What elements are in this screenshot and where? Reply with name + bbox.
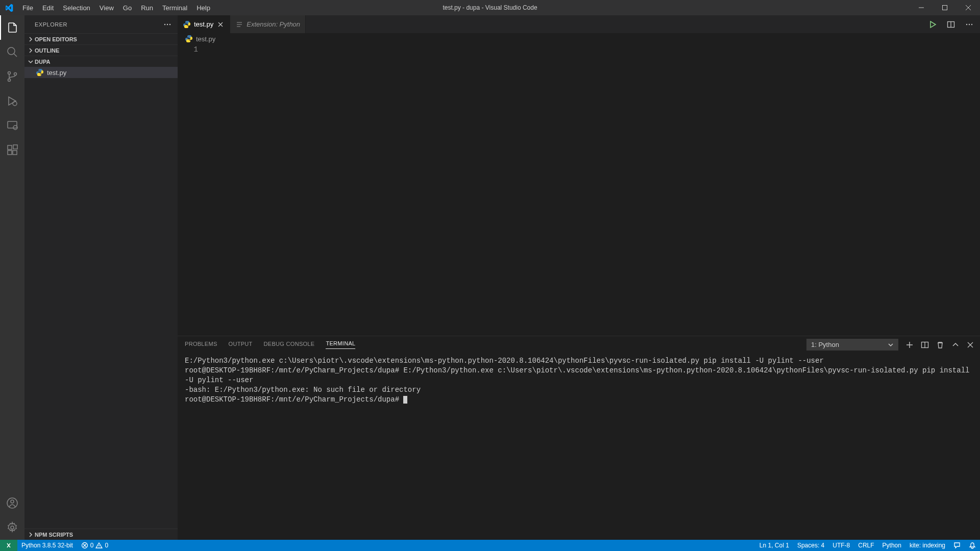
activity-source-control[interactable] (0, 64, 24, 89)
svg-rect-11 (13, 145, 17, 149)
maximize-panel-button[interactable] (951, 341, 960, 349)
close-panel-button[interactable] (967, 341, 974, 348)
section-label: NPM SCRIPTS (35, 532, 73, 538)
status-python-interpreter[interactable]: Python 3.8.5 32-bit (17, 540, 77, 551)
activity-remote-explorer[interactable] (0, 113, 24, 138)
file-test-py[interactable]: test.py (24, 67, 178, 78)
warning-count: 0 (105, 542, 108, 549)
new-terminal-button[interactable] (905, 341, 914, 349)
code-content[interactable] (208, 44, 980, 336)
svg-point-15 (164, 23, 165, 24)
svg-rect-0 (943, 6, 947, 10)
activity-search[interactable] (0, 40, 24, 64)
explorer-more-icon[interactable] (163, 20, 172, 29)
chevron-right-icon (27, 532, 35, 538)
more-actions-button[interactable] (964, 19, 975, 30)
line-gutter: 1 (178, 44, 208, 336)
section-label: OUTLINE (35, 47, 59, 54)
breadcrumb-item: test.py (196, 35, 215, 43)
status-notifications-button[interactable] (965, 540, 980, 551)
activity-settings[interactable] (0, 515, 24, 540)
close-button[interactable] (957, 0, 980, 15)
activity-extensions[interactable] (0, 138, 24, 162)
svg-point-16 (167, 23, 168, 24)
run-button[interactable] (927, 19, 938, 30)
python-file-icon (185, 35, 193, 43)
python-file-icon (36, 68, 44, 77)
section-open-editors[interactable]: OPEN EDITORS (24, 33, 178, 44)
tab-test-py[interactable]: test.py (178, 15, 230, 33)
svg-point-17 (169, 23, 170, 24)
svg-point-19 (966, 23, 967, 24)
section-outline[interactable]: OUTLINE (24, 44, 178, 56)
status-eol[interactable]: CRLF (854, 540, 878, 551)
menu-go[interactable]: Go (118, 0, 136, 15)
window-controls (910, 0, 980, 15)
status-bar: Python 3.8.5 32-bit 0 0 Ln 1, Col 1 Spac… (0, 540, 980, 551)
svg-point-2 (8, 72, 11, 74)
status-language[interactable]: Python (878, 540, 905, 551)
svg-point-14 (11, 526, 14, 529)
menu-terminal[interactable]: Terminal (158, 0, 192, 15)
chevron-right-icon (27, 36, 35, 42)
terminal-cursor (403, 396, 407, 404)
panel-tabs: PROBLEMS OUTPUT DEBUG CONSOLE TERMINAL 1… (178, 336, 980, 353)
minimize-button[interactable] (910, 0, 933, 15)
menu-bar: File Edit Selection View Go Run Terminal… (18, 0, 215, 15)
terminal-text: E:/Python3/python.exe c:\Users\piotr\.vs… (185, 357, 974, 404)
status-feedback-button[interactable] (949, 540, 965, 551)
preview-icon (235, 20, 243, 29)
status-kite[interactable]: kite: indexing (905, 540, 949, 551)
menu-edit[interactable]: Edit (38, 0, 58, 15)
explorer-title: EXPLORER (35, 21, 67, 28)
tab-label: Extension: Python (247, 20, 300, 28)
line-number: 1 (178, 45, 198, 54)
status-problems[interactable]: 0 0 (77, 540, 112, 551)
python-file-icon (183, 20, 191, 29)
maximize-button[interactable] (933, 0, 957, 15)
svg-rect-10 (13, 151, 17, 155)
error-count: 0 (90, 542, 94, 549)
panel-tab-problems[interactable]: PROBLEMS (185, 341, 217, 349)
menu-help[interactable]: Help (192, 0, 215, 15)
terminal-select-label: 1: Python (811, 341, 839, 348)
menu-view[interactable]: View (95, 0, 118, 15)
section-folder[interactable]: DUPA (24, 56, 178, 67)
panel-tab-debug-console[interactable]: DEBUG CONSOLE (264, 341, 315, 349)
activity-run-debug[interactable] (0, 89, 24, 113)
svg-rect-8 (8, 145, 12, 149)
split-terminal-button[interactable] (921, 341, 929, 349)
menu-file[interactable]: File (18, 0, 38, 15)
menu-run[interactable]: Run (136, 0, 158, 15)
breadcrumb[interactable]: test.py (178, 33, 980, 44)
activity-accounts[interactable] (0, 491, 24, 515)
remote-button[interactable] (0, 540, 17, 551)
vscode-logo-icon (0, 4, 18, 12)
status-encoding[interactable]: UTF-8 (828, 540, 854, 551)
section-label: OPEN EDITORS (35, 36, 77, 42)
split-editor-button[interactable] (945, 19, 957, 30)
svg-rect-9 (8, 151, 12, 155)
bottom-panel: PROBLEMS OUTPUT DEBUG CONSOLE TERMINAL 1… (178, 336, 980, 540)
status-spaces[interactable]: Spaces: 4 (793, 540, 828, 551)
terminal-output[interactable]: E:/Python3/python.exe c:\Users\piotr\.vs… (178, 353, 980, 540)
menu-selection[interactable]: Selection (58, 0, 94, 15)
panel-tab-terminal[interactable]: TERMINAL (326, 340, 355, 349)
kill-terminal-button[interactable] (936, 341, 944, 349)
editor-tab-bar: test.py Extension: Python (178, 15, 980, 33)
title-bar: File Edit Selection View Go Run Terminal… (0, 0, 980, 15)
explorer-header: EXPLORER (24, 15, 178, 33)
section-label: DUPA (35, 59, 50, 65)
svg-point-4 (14, 73, 17, 76)
terminal-select[interactable]: 1: Python (806, 339, 898, 350)
code-editor[interactable]: 1 (178, 44, 980, 336)
close-icon[interactable] (216, 20, 225, 29)
activity-explorer[interactable] (0, 15, 24, 40)
status-lncol[interactable]: Ln 1, Col 1 (755, 540, 793, 551)
chevron-down-icon (27, 59, 35, 65)
svg-point-13 (11, 500, 14, 503)
tab-extension-python[interactable]: Extension: Python (230, 15, 306, 33)
svg-point-5 (13, 102, 17, 106)
section-npm-scripts[interactable]: NPM SCRIPTS (24, 529, 178, 540)
panel-tab-output[interactable]: OUTPUT (229, 341, 253, 349)
